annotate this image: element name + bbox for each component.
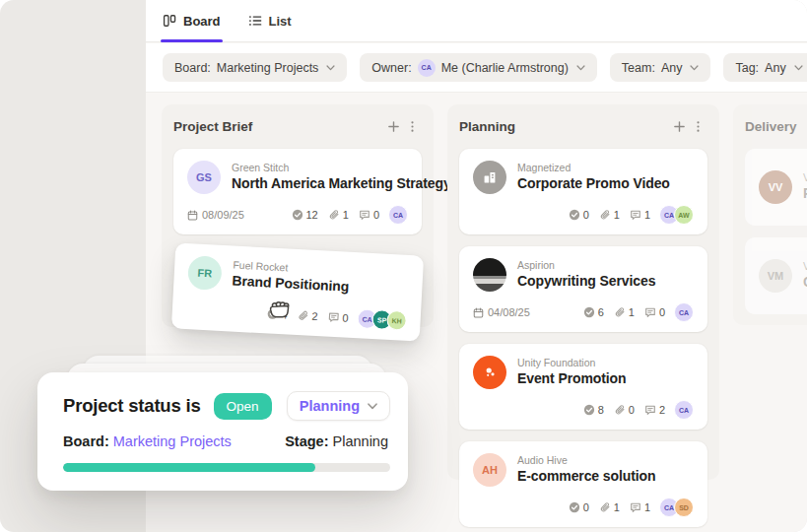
kanban-card[interactable]: FRFuel RocketBrand Positioning420CASPKH <box>171 242 424 341</box>
progress-bar-fill <box>63 463 315 472</box>
comment-icon <box>644 404 656 416</box>
add-card-button[interactable] <box>670 120 689 133</box>
comments-stat: 0 <box>644 306 665 318</box>
filter-chip-board[interactable]: Board:Marketing Projects <box>163 53 347 82</box>
project-status-card: Project status is Open Planning Board: M… <box>37 372 408 491</box>
kanban-card[interactable]: GSGreen StitchNorth America Marketing St… <box>173 149 422 234</box>
column-menu-button[interactable] <box>689 120 707 133</box>
filter-bar: Board:Marketing ProjectsOwner:CAMe (Char… <box>146 43 807 93</box>
check-circle-icon <box>583 404 595 416</box>
board-field: Board: Marketing Projects <box>63 433 232 449</box>
check-circle-icon <box>569 209 580 221</box>
stat-value: 1 <box>343 209 349 221</box>
chevron-down-icon <box>794 65 803 71</box>
card-members: CA <box>674 400 694 420</box>
card-title: Prom <box>803 184 807 202</box>
calendar-icon <box>473 307 484 318</box>
stat-value: 8 <box>598 404 604 416</box>
filter-chip-team[interactable]: Team:Any <box>610 53 711 82</box>
filter-prefix: Tag: <box>735 61 759 75</box>
kanban-icon <box>163 14 176 28</box>
attachments-stat: 0 <box>614 404 635 416</box>
dots-logo-icon <box>473 356 506 389</box>
kanban-card[interactable]: AHAudio HiveE-commerce solution011CASD <box>459 441 707 527</box>
column-delivery: DeliveryVVVoyagePromVMVerve MConf <box>733 104 807 325</box>
building-logo-icon <box>473 161 506 194</box>
column-title: Planning <box>459 119 670 134</box>
stat-value: 1 <box>644 209 650 221</box>
tab-label: List <box>269 14 292 29</box>
card-text: MagnetizedCorporate Promo Video <box>517 162 670 192</box>
filter-value: Marketing Projects <box>217 61 319 75</box>
stage-field-label: Stage: <box>285 433 328 449</box>
card-title: E-commerce solution <box>517 467 655 485</box>
kanban-card[interactable]: VMVerve MConf <box>745 237 807 314</box>
card-top: Unity FoundationEvent Promotion <box>473 356 694 389</box>
calendar-icon <box>187 210 198 221</box>
card-company: Unity Foundation <box>517 357 627 369</box>
due-date: 08/09/25 <box>187 209 244 221</box>
company-logo: AH <box>473 453 506 487</box>
due-date: 04/08/25 <box>473 306 530 318</box>
chevron-down-icon <box>576 65 585 71</box>
kanban-card[interactable]: VVVoyageProm <box>745 149 807 226</box>
stage-dropdown[interactable]: Planning <box>287 391 390 421</box>
check-circle-icon <box>583 306 595 318</box>
card-top: VMVerve MConf <box>759 259 807 293</box>
checks-stat: 6 <box>583 306 604 318</box>
board-field-label: Board: <box>63 433 109 449</box>
filter-chip-owner[interactable]: Owner:CAMe (Charlie Armstrong) <box>360 53 597 82</box>
filter-value: Any <box>661 61 683 75</box>
paperclip-icon <box>614 306 626 318</box>
checks-stat: 8 <box>583 404 604 416</box>
stat-value: 1 <box>614 501 620 513</box>
company-logo: GS <box>187 161 221 194</box>
filter-chip-tag[interactable]: Tag:Any <box>723 53 807 82</box>
column-menu-button[interactable] <box>403 120 422 133</box>
card-top: MagnetizedCorporate Promo Video <box>473 161 694 194</box>
check-circle-icon <box>569 501 580 513</box>
stat-value: 2 <box>659 404 665 416</box>
attachments-stat: 1 <box>599 209 620 221</box>
card-stats: 420 <box>266 307 349 323</box>
stat-value: 2 <box>311 310 318 322</box>
card-title: Copywriting Services <box>517 272 655 290</box>
checks-stat: 0 <box>569 209 589 221</box>
attachments-stat: 1 <box>599 501 620 513</box>
card-title: Corporate Promo Video <box>517 174 670 192</box>
card-top: AspirionCopywriting Services <box>473 258 694 292</box>
kanban-card[interactable]: AspirionCopywriting Services04/08/25610C… <box>459 246 707 332</box>
tab-list[interactable]: List <box>248 0 292 41</box>
attachments-stat: 1 <box>328 209 349 221</box>
comments-stat: 0 <box>327 311 349 324</box>
card-members: CA <box>674 302 694 322</box>
check-circle-icon <box>292 209 303 221</box>
kanban-card[interactable]: Unity FoundationEvent Promotion802CA <box>459 344 707 430</box>
avatar: KH <box>386 310 407 331</box>
board-field-value[interactable]: Marketing Projects <box>113 433 232 449</box>
comments-stat: 1 <box>630 209 650 221</box>
list-icon <box>248 14 262 28</box>
company-logo: VM <box>759 259 792 293</box>
check-circle-icon <box>266 307 279 320</box>
card-company: Green Stitch <box>232 162 451 174</box>
filter-prefix: Owner: <box>371 61 411 75</box>
filter-prefix: Board: <box>174 61 211 75</box>
card-title: Conf <box>803 273 807 291</box>
card-text: Unity FoundationEvent Promotion <box>517 357 627 387</box>
attachments-stat: 1 <box>614 306 635 318</box>
kanban-card[interactable]: MagnetizedCorporate Promo Video011CAAW <box>459 149 707 234</box>
avatar: CA <box>674 302 694 322</box>
chevron-down-icon <box>326 65 335 71</box>
filter-prefix: Team: <box>622 61 655 75</box>
comment-icon <box>630 209 641 221</box>
stage-field: Stage: Planning <box>285 433 388 449</box>
filter-value: Me (Charlie Armstrong) <box>441 61 569 75</box>
tab-board[interactable]: Board <box>163 0 221 41</box>
avatar: SD <box>674 498 694 517</box>
comment-icon <box>327 311 340 324</box>
add-card-button[interactable] <box>384 120 403 133</box>
card-members: CASD <box>659 498 694 517</box>
card-members: CA <box>388 205 408 225</box>
stat-value: 0 <box>629 404 635 416</box>
